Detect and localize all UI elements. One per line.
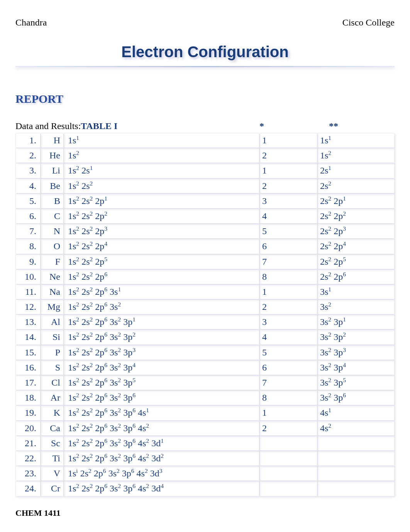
element-symbol: B [41,194,64,209]
electron-configuration: 1s2 2s2 2p4 [64,239,259,254]
table-row: 16.S1s2 2s2 2p6 3s2 3p463s2 3p4 [15,360,395,375]
electron-configuration: 1s2 2s2 2p6 3s2 3p4 [64,360,259,375]
star1-value [259,466,317,481]
element-symbol: S [41,360,64,375]
table-row: 6.C1s2 2s2 2p242s2 2p2 [15,209,395,224]
section-heading: REPORT [15,92,395,105]
star2-value: 1s1 [317,133,395,148]
row-number: 1. [15,133,41,148]
electron-configuration: 1s2 2s2 2p2 [64,209,259,224]
row-number: 9. [15,254,41,269]
star1-value [259,481,317,496]
electron-configuration: 1s2 2s2 2p6 3s1 [64,284,259,299]
table-row: 10.Ne1s2 2s2 2p682s2 2p6 [15,269,395,284]
star1-value: 8 [259,269,317,284]
star1-value: 2 [259,299,317,314]
row-number: 4. [15,178,41,194]
star2-value: 3s2 3p3 [317,345,395,360]
star2-value: 2s2 2p3 [317,224,395,239]
table-label: TABLE I [81,121,117,131]
electron-configuration: 1si 2s2 2p6 3s2 3p6 4s2 3d3 [64,466,259,481]
row-number: 23. [15,466,41,481]
star1-value: 1 [259,284,317,299]
element-symbol: Al [41,314,64,330]
electron-configuration: 1s2 2s2 2p6 3s2 3p6 [64,390,259,405]
table-row: 17.Cl1s2 2s2 2p6 3s2 3p573s2 3p5 [15,375,395,390]
electron-configuration: 1s2 2s2 2p3 [64,224,259,239]
star1-value: 5 [259,224,317,239]
electron-configuration: 1s2 2s2 2p6 3s2 3p1 [64,314,259,330]
row-number: 12. [15,299,41,314]
element-symbol: Mg [41,299,64,314]
row-number: 3. [15,163,41,178]
table-row: 14.Si1s2 2s2 2p6 3s2 3p243s2 3p2 [15,330,395,345]
star2-value [317,481,395,496]
table-row: 22.Ti1s2 2s2 2p6 3s2 3p6 4s2 3d2 [15,451,395,466]
table-row: 15.P1s2 2s2 2p6 3s2 3p353s2 3p3 [15,345,395,360]
element-symbol: V [41,466,64,481]
star2-value: 4s1 [317,405,395,420]
element-symbol: Na [41,284,64,299]
page-title: Electron Configuration [15,43,395,61]
element-symbol: Ti [41,451,64,466]
row-number: 16. [15,360,41,375]
table-row: 13.Al1s2 2s2 2p6 3s2 3p133s2 3p1 [15,314,395,330]
table-row: 23.V1si 2s2 2p6 3s2 3p6 4s2 3d3 [15,466,395,481]
star1-value: 4 [259,209,317,224]
element-symbol: P [41,345,64,360]
data-table: 1.H1s111s12.He1s221s23.Li1s2 2s112s14.Be… [15,133,395,496]
star2-value: 2s1 [317,163,395,178]
element-symbol: H [41,133,64,148]
table-row: 12.Mg1s2 2s2 2p6 3s223s2 [15,299,395,314]
star2-value: 2s2 2p4 [317,239,395,254]
star1-value: 1 [259,405,317,420]
element-symbol: Ar [41,390,64,405]
row-number: 2. [15,148,41,163]
star1-value: 3 [259,314,317,330]
table-row: 3.Li1s2 2s112s1 [15,163,395,178]
header-left: Chandra [15,17,47,28]
row-number: 10. [15,269,41,284]
element-symbol: Ca [41,421,64,436]
star2-value [317,466,395,481]
star2-value: 1s2 [317,148,395,163]
electron-configuration: 1s2 2s2 2p6 3s2 [64,299,259,314]
element-symbol: Sc [41,436,64,451]
element-symbol: Si [41,330,64,345]
results-header: Data and Results: TABLE I * ** [15,121,395,131]
table-row: 1.H1s111s1 [15,133,395,148]
element-symbol: N [41,224,64,239]
star2-value [317,436,395,451]
star2-value: 3s2 3p2 [317,330,395,345]
element-symbol: Be [41,178,64,194]
star1-value: 4 [259,330,317,345]
star2-value [317,451,395,466]
star2-value: 3s2 [317,299,395,314]
row-number: 20. [15,421,41,436]
star2-value: 2s2 2p5 [317,254,395,269]
row-number: 18. [15,390,41,405]
star2-value: 2s2 2p2 [317,209,395,224]
star1-value: 3 [259,194,317,209]
star1-value: 6 [259,239,317,254]
row-number: 17. [15,375,41,390]
electron-configuration: 1s2 2s2 2p6 3s2 3p6 4s2 3d1 [64,436,259,451]
table-row: 4.Be1s2 2s222s2 [15,178,395,194]
star1-header: * [259,121,317,131]
row-number: 14. [15,330,41,345]
element-symbol: He [41,148,64,163]
electron-configuration: 1s2 2s2 2p6 3s2 3p6 4s2 [64,421,259,436]
star2-value: 2s2 2p6 [317,269,395,284]
electron-configuration: 1s2 2s2 2p5 [64,254,259,269]
row-number: 7. [15,224,41,239]
table-row: 18.Ar1s2 2s2 2p6 3s2 3p683s2 3p6 [15,390,395,405]
row-number: 24. [15,481,41,496]
star2-value: 3s2 3p6 [317,390,395,405]
row-number: 15. [15,345,41,360]
row-number: 11. [15,284,41,299]
electron-configuration: 1s2 [64,148,259,163]
row-number: 8. [15,239,41,254]
table-row: 2.He1s221s2 [15,148,395,163]
table-row: 8.O1s2 2s2 2p462s2 2p4 [15,239,395,254]
page-footer: CHEM 1411 [15,508,395,518]
